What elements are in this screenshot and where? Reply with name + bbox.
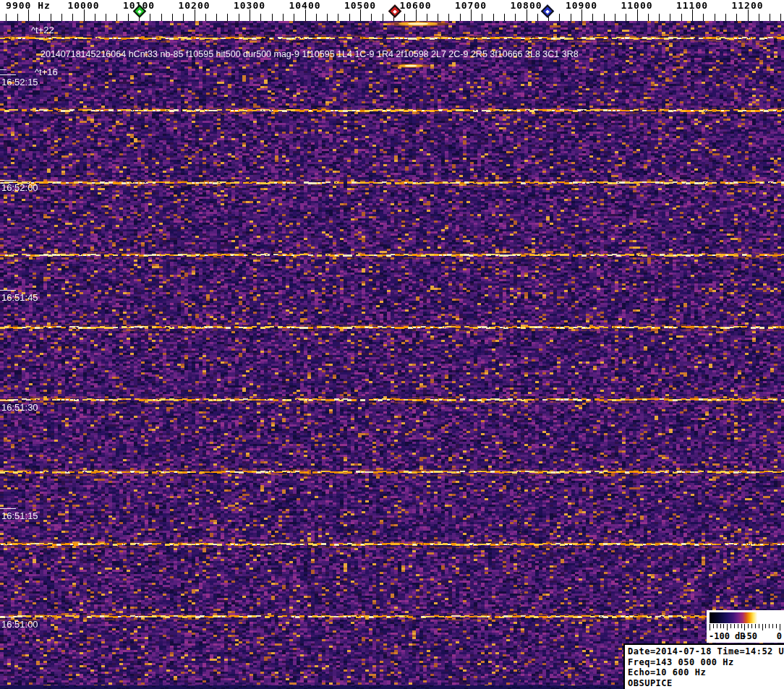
ruler-tick [172, 14, 173, 21]
ruler-tick [438, 14, 438, 21]
ruler-tick [260, 14, 261, 21]
ruler-tick [515, 14, 516, 21]
ruler-label: 9900 Hz [6, 0, 51, 11]
ruler-tick [327, 14, 328, 21]
ruler-tick [183, 14, 184, 21]
time-tick [0, 508, 16, 509]
ruler-tick [416, 9, 417, 21]
ruler-label: 10500 [344, 0, 376, 11]
ruler-tick [670, 14, 670, 21]
ruler-tick [338, 14, 338, 21]
time-label: 16:51:15 [1, 510, 38, 521]
time-label: 16:51:45 [1, 292, 38, 303]
ruler-tick [305, 9, 306, 21]
ruler-tick [780, 14, 781, 21]
meteor-spectrogram-display: 9900 Hz100001010010200103001040010500106… [0, 0, 784, 689]
ruler-tick [72, 14, 73, 21]
ruler-tick [39, 14, 40, 21]
ruler-tick [592, 14, 593, 21]
ruler-tick [759, 14, 759, 21]
ruler-tick [715, 14, 715, 21]
time-shift-label-bottom: ^t+16 [35, 67, 58, 77]
color-scale-labels: -100 dB -50 0 [708, 631, 782, 642]
color-scale-gradient [710, 612, 781, 623]
ruler-tick [272, 14, 273, 21]
ruler-tick [703, 14, 704, 21]
time-shift-label-top: ^t+22 [31, 25, 54, 35]
ruler-tick [404, 14, 405, 21]
ruler-tick [6, 14, 7, 21]
scale-label-max: 0 [777, 631, 782, 641]
ruler-tick [250, 9, 250, 21]
ruler-tick [283, 14, 284, 21]
ruler-tick [294, 14, 294, 21]
ruler-tick [692, 9, 693, 21]
time-label: 16:52:00 [1, 182, 38, 193]
ruler-label: 11200 [731, 0, 763, 11]
ruler-tick [371, 14, 372, 21]
ruler-tick [504, 14, 505, 21]
ruler-tick [537, 14, 538, 21]
frequency-ruler: 9900 Hz100001010010200103001040010500106… [0, 0, 784, 21]
ruler-tick [349, 14, 350, 21]
time-label: 16:51:30 [1, 402, 38, 413]
time-label: 16:51:00 [1, 619, 38, 630]
ruler-tick [581, 9, 582, 21]
ruler-label: 11000 [621, 0, 652, 11]
time-tick [0, 290, 16, 291]
db-color-scale: -100 dB -50 0 [707, 610, 784, 643]
ruler-tick [482, 14, 482, 21]
time-label: 16:52:15 [1, 77, 38, 87]
ruler-tick [648, 14, 649, 21]
scale-label-mid: -50 [741, 631, 757, 641]
ruler-label: 11100 [676, 0, 708, 11]
ruler-tick [383, 14, 383, 21]
ruler-tick [770, 14, 770, 21]
color-scale-ticks [710, 624, 781, 631]
ruler-label: 10400 [289, 0, 320, 11]
ruler-tick [626, 14, 626, 21]
time-tick [0, 400, 16, 401]
info-echo: Echo=10 600 Hz [628, 667, 784, 678]
ruler-tick [725, 14, 726, 21]
left-edge-tick [0, 69, 7, 70]
info-frequency: Freq=143 050 000 Hz [628, 657, 784, 668]
ruler-label: 10600 [399, 0, 431, 11]
scale-label-min: -100 dB [709, 631, 746, 641]
ruler-tick [681, 14, 682, 21]
ruler-tick [51, 14, 51, 21]
ruler-tick [28, 9, 29, 21]
ruler-label: 10700 [455, 0, 487, 11]
blue-diamond-marker [541, 4, 554, 17]
ruler-tick [448, 14, 449, 21]
ruler-label: 10200 [178, 0, 210, 11]
ruler-tick [527, 9, 527, 21]
ruler-label: 10000 [67, 0, 99, 11]
ruler-tick [17, 14, 18, 21]
ruler-tick [471, 9, 472, 21]
ruler-tick [128, 14, 129, 21]
ruler-tick [360, 9, 361, 21]
ruler-tick [659, 14, 660, 21]
ruler-tick [559, 14, 560, 21]
ruler-tick [84, 9, 85, 21]
ruler-tick [615, 14, 615, 21]
ruler-tick [216, 14, 217, 21]
ruler-tick [116, 14, 117, 21]
ruler-tick [195, 9, 195, 21]
ruler-tick [637, 9, 638, 21]
info-station: OBSUPICE [628, 678, 784, 689]
ruler-tick [205, 14, 206, 21]
ruler-tick [493, 14, 494, 21]
time-tick [0, 180, 16, 181]
ruler-label: 10300 [234, 0, 265, 11]
ruler-tick [460, 14, 461, 21]
time-tick [0, 74, 16, 75]
spectrogram-canvas [0, 21, 784, 689]
ruler-tick [316, 14, 317, 21]
ruler-tick [227, 14, 228, 21]
ruler-tick [95, 14, 95, 21]
ruler-tick [150, 14, 150, 21]
ruler-label: 10900 [566, 0, 597, 11]
ruler-tick [748, 9, 749, 21]
